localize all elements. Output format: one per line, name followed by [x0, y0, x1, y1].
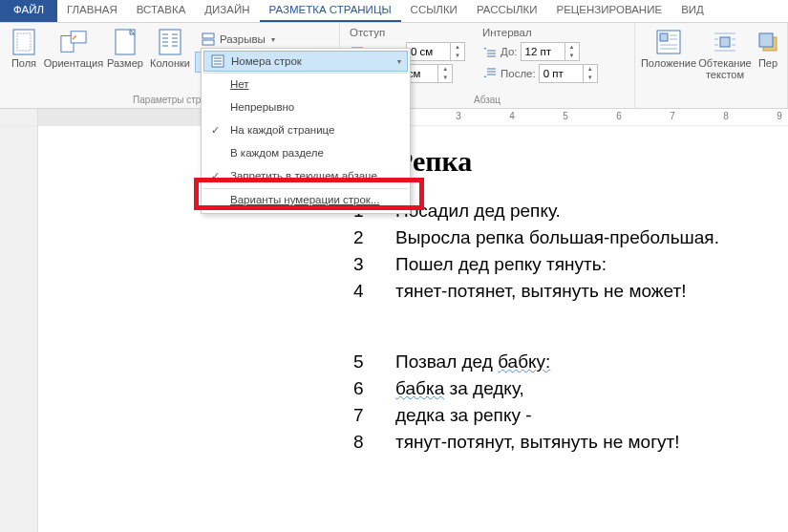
spin-up[interactable]: ▲	[584, 65, 597, 74]
ruler-tick: 4	[509, 111, 515, 121]
doc-line: 2 Выросла репка большая-пребольшая.	[353, 227, 778, 248]
line-number: 5	[353, 351, 395, 372]
tab-page-layout[interactable]: РАЗМЕТКА СТРАНИЦЫ	[260, 0, 401, 22]
bring-forward-icon	[755, 29, 781, 55]
tabs-bar: ФАЙЛ ГЛАВНАЯ ВСТАВКА ДИЗАЙН РАЗМЕТКА СТР…	[0, 0, 788, 23]
svg-rect-46	[759, 33, 773, 47]
menu-item-options[interactable]: Варианты нумерации строк...	[203, 188, 408, 211]
ruler-tick: 7	[670, 111, 675, 121]
doc-line: 5Позвал дед бабку:	[353, 351, 778, 372]
orientation-icon	[60, 29, 87, 55]
line-text: Позвал дед бабку:	[395, 351, 550, 372]
tab-mailings[interactable]: РАССЫЛКИ	[467, 0, 547, 22]
spin-down[interactable]: ▼	[451, 52, 464, 60]
line-text: Выросла репка большая-пребольшая.	[395, 227, 719, 248]
spacing-before-label: До:	[500, 46, 518, 57]
svg-rect-14	[202, 33, 214, 38]
margins-label: Поля	[11, 57, 36, 69]
vertical-ruler-gutter	[0, 126, 38, 532]
doc-line: 3Пошел дед репку тянуть:	[353, 254, 778, 275]
svg-rect-15	[202, 40, 214, 45]
orientation-label: Ориентация	[44, 57, 103, 69]
line-numbers-menu-head[interactable]: Номера строк ▾	[203, 51, 408, 72]
doc-line: 8тянут-потянут, вытянуть не могут!	[353, 432, 778, 453]
line-text: тянут-потянут, вытянуть не могут!	[395, 432, 680, 453]
spacing-after-input[interactable]	[540, 68, 583, 79]
line-text: Пошел дед репку тянуть:	[395, 254, 607, 275]
line-number: 6	[353, 378, 395, 399]
columns-label: Колонки	[150, 57, 190, 69]
spin-down[interactable]: ▼	[438, 74, 452, 82]
ribbon: Поля Ориентация Размер	[0, 23, 788, 109]
orientation-button[interactable]: Ориентация	[44, 27, 103, 71]
indent-title: Отступ	[350, 27, 465, 38]
position-button[interactable]: Положение	[641, 27, 696, 71]
tab-view[interactable]: ВИД	[671, 0, 713, 22]
line-number: 7	[353, 405, 395, 426]
arrange-cut-label: Пер	[758, 57, 777, 69]
line-number: 2	[353, 227, 395, 248]
columns-button[interactable]: Колонки	[147, 27, 193, 71]
spacing-title: Интервал	[482, 27, 598, 38]
ruler-tick: 9	[777, 111, 782, 121]
spacing-after-icon	[482, 66, 498, 81]
spacing-before-input[interactable]	[522, 46, 564, 57]
line-number: 4	[353, 281, 395, 302]
menu-item-restart-section[interactable]: В каждом разделе	[203, 141, 408, 164]
spacing-after-spinbox[interactable]: ▲▼	[539, 64, 598, 83]
document-page[interactable]: Репка 1Посадил дед репку.2 Выросла репка…	[38, 126, 788, 532]
ruler-tick: 3	[456, 111, 461, 121]
line-text: тянет-потянет, вытянуть не может!	[395, 281, 686, 302]
spin-down[interactable]: ▼	[584, 74, 597, 82]
line-number: 3	[353, 254, 395, 275]
tab-insert[interactable]: ВСТАВКА	[127, 0, 196, 22]
spin-down[interactable]: ▼	[565, 52, 579, 60]
menu-item-continuous[interactable]: Непрерывно	[203, 96, 408, 118]
wrap-text-icon	[712, 29, 738, 55]
menu-item-none[interactable]: Нет	[203, 73, 408, 96]
doc-line: 4тянет-потянет, вытянуть не может!	[353, 281, 778, 302]
line-number: 8	[353, 432, 395, 453]
ruler-tick: 8	[723, 111, 729, 121]
svg-rect-3	[71, 32, 86, 43]
tab-references[interactable]: ССЫЛКИ	[401, 0, 467, 22]
svg-rect-33	[660, 33, 668, 41]
menu-item-restart-page[interactable]: ✓На каждой странице	[203, 118, 408, 141]
tab-design[interactable]: ДИЗАЙН	[195, 0, 259, 22]
spin-up[interactable]: ▲	[565, 43, 579, 52]
tab-review[interactable]: РЕЦЕНЗИРОВАНИЕ	[547, 0, 672, 22]
spacing-before-icon	[482, 44, 498, 59]
wrap-text-button[interactable]: Обтекание текстом	[698, 27, 752, 82]
line-numbers-icon	[210, 53, 225, 69]
size-button[interactable]: Размер	[105, 27, 145, 71]
indent-left-input[interactable]	[407, 46, 450, 57]
spin-up[interactable]: ▲	[438, 65, 452, 74]
size-icon	[112, 29, 138, 55]
svg-rect-38	[720, 37, 730, 47]
group-arrange: Положение Обтекание текстом Пер	[635, 23, 788, 108]
ruler-tick: 6	[616, 111, 622, 121]
doc-line: 6 бабка за дедку,	[353, 378, 778, 399]
size-label: Размер	[107, 57, 143, 69]
spacing-before-spinbox[interactable]: ▲▼	[521, 42, 580, 61]
spin-up[interactable]: ▲	[451, 43, 464, 52]
tab-file[interactable]: ФАЙЛ	[0, 0, 57, 22]
doc-title: Репка	[395, 145, 778, 178]
breaks-icon	[201, 32, 216, 47]
doc-line: 7дедка за репку -	[353, 405, 778, 426]
horizontal-ruler[interactable]: 3456789	[38, 109, 788, 125]
position-icon	[655, 29, 682, 55]
menu-item-suppress[interactable]: ✓Запретить в текущем абзаце	[203, 164, 408, 187]
check-icon: ✓	[211, 124, 220, 137]
ruler-gutter	[0, 109, 38, 125]
breaks-button[interactable]: Разрывы ▾	[195, 29, 308, 50]
chevron-down-icon: ▾	[397, 57, 401, 66]
indent-left-spinbox[interactable]: ▲▼	[406, 42, 465, 61]
position-label: Положение	[641, 57, 696, 69]
doc-line: 1Посадил дед репку.	[353, 201, 778, 222]
columns-icon	[157, 29, 183, 55]
margins-button[interactable]: Поля	[6, 27, 42, 71]
arrange-cut-button[interactable]: Пер	[754, 27, 782, 71]
line-numbers-menu: Номера строк ▾ Нет Непрерывно ✓На каждой…	[201, 48, 411, 214]
tab-home[interactable]: ГЛАВНАЯ	[57, 0, 127, 22]
